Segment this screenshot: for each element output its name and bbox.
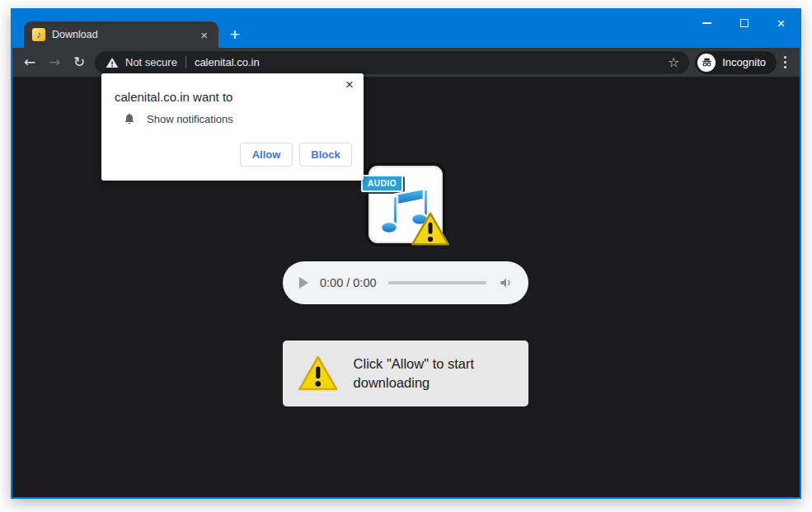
screenshot-canvas: ♪ Download × + × ← → ↻ [0, 0, 812, 512]
permission-row: Show notifications [123, 112, 233, 125]
forward-button[interactable]: → [42, 55, 67, 69]
tab-title: Download [52, 29, 191, 40]
dialog-buttons: Allow Block [240, 143, 352, 167]
block-button[interactable]: Block [299, 143, 352, 167]
seek-bar[interactable] [388, 281, 486, 284]
browser-window: ♪ Download × + × ← → ↻ [11, 8, 801, 499]
address-bar[interactable]: Not secure calenital.co.in ☆ [95, 51, 689, 74]
audio-player[interactable]: 0:00 / 0:00 [283, 261, 528, 304]
minimize-icon [702, 22, 711, 24]
toolbar: ← → ↻ Not secure calenital.co.in ☆ [12, 48, 800, 77]
minimize-button[interactable] [688, 10, 725, 36]
omnibox-divider [185, 56, 186, 68]
permission-text: Show notifications [147, 113, 233, 125]
dialog-close-icon[interactable]: × [345, 78, 354, 92]
play-button[interactable] [299, 277, 308, 289]
close-window-button[interactable]: × [763, 10, 800, 36]
incognito-label: Incognito [722, 56, 766, 68]
allow-button[interactable]: Allow [240, 143, 293, 167]
notification-permission-dialog: × calenital.co.in want to Show notificat… [101, 73, 364, 181]
download-message-box: Click "Allow" to start downloading [283, 341, 528, 406]
tab-download[interactable]: ♪ Download × [24, 21, 218, 48]
bookmark-star-icon[interactable]: ☆ [666, 56, 681, 69]
new-tab-button[interactable]: + [223, 23, 246, 46]
incognito-badge: Incognito [695, 51, 777, 74]
url-text[interactable]: calenital.co.in [195, 56, 659, 68]
maximize-button[interactable] [725, 10, 763, 36]
titlebar: ♪ Download × + × [12, 10, 800, 48]
menu-icon[interactable] [777, 56, 795, 68]
audio-file-icon: AUDIO [365, 162, 446, 247]
not-secure-label: Not secure [125, 56, 177, 68]
download-message-text: Click "Allow" to start downloading [354, 355, 517, 393]
warning-triangle-icon [297, 354, 340, 393]
page-content: × calenital.co.in want to Show notificat… [12, 77, 800, 497]
bell-icon [123, 112, 136, 125]
reload-button[interactable]: ↻ [67, 55, 92, 69]
not-secure-warning-icon[interactable] [106, 56, 119, 69]
incognito-icon [697, 54, 716, 72]
window-controls: × [688, 10, 800, 36]
volume-icon[interactable] [498, 275, 514, 291]
tab-close-icon[interactable]: × [198, 28, 210, 42]
warning-triangle-icon [410, 210, 451, 248]
player-time: 0:00 / 0:00 [320, 276, 377, 289]
maximize-icon [740, 19, 749, 27]
audio-favicon-icon: ♪ [32, 28, 45, 41]
back-button[interactable]: ← [17, 55, 42, 69]
dialog-title: calenital.co.in want to [115, 90, 232, 104]
